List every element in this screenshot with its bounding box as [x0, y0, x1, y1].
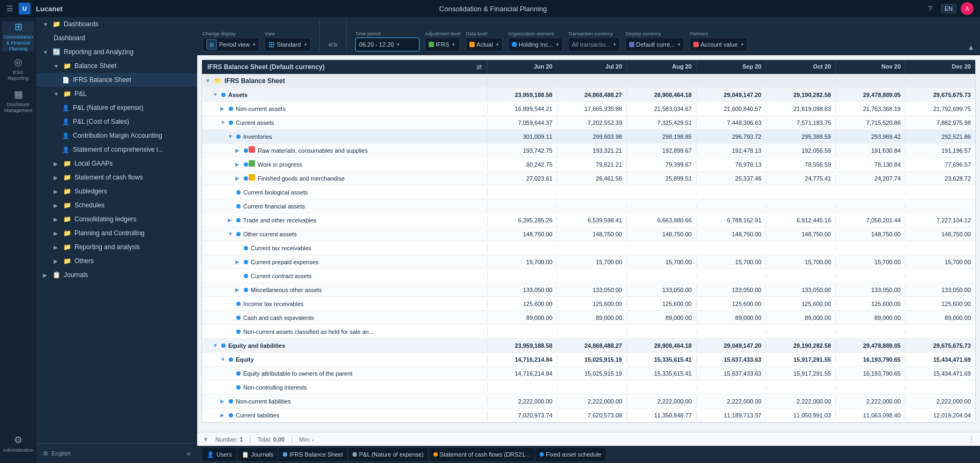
taskbar-users[interactable]: 👤 Users [203, 448, 236, 461]
expand-button[interactable]: ▼ [205, 78, 213, 84]
table-row[interactable]: ▶Work in progress80,242.7579,821.2179,39… [202, 158, 975, 171]
table-row[interactable]: Current tax receivables [202, 241, 975, 255]
sidebar-item-subledgers[interactable]: ▶ 📁 Subledgers [36, 184, 197, 198]
row-label-cell: Current financial assets [202, 201, 488, 211]
row-value-cell: 15,917,291.55 [766, 355, 836, 364]
table-row[interactable]: ▼Equity14,716,214.8415,025,915.1915,335,… [202, 353, 975, 367]
scroll-up-button[interactable]: ▲ [967, 43, 975, 51]
adjustment-dropdown[interactable]: IFRS ▾ [425, 38, 460, 51]
status-more-button[interactable]: ⋮ [968, 436, 975, 443]
table-row[interactable]: ▶Non-current liabilities2,222,000.002,22… [202, 394, 975, 408]
expand-button[interactable]: ▶ [220, 412, 228, 418]
collapse-left-icon[interactable]: «» [328, 40, 338, 49]
table-area[interactable]: IFRS Balance Sheet (Default currency) ⇄ … [197, 55, 980, 432]
table-row[interactable]: Cash and cash equivalents89,000.0089,000… [202, 311, 975, 325]
taskbar-ifrs-balance[interactable]: IFRS Balance Sheet [279, 448, 347, 461]
filter-icon[interactable]: ⇄ [476, 63, 482, 71]
table-row[interactable]: Non-current assets classified as held fo… [202, 325, 975, 339]
period-view-dropdown[interactable]: ⊞ Period view ▾ [203, 38, 259, 51]
table-row[interactable]: ▼Current assets7,059,644.377,202,552.397… [202, 116, 975, 130]
expand-button[interactable]: ▼ [228, 133, 235, 139]
standard-dropdown[interactable]: ⊞ Standard ▾ [265, 38, 311, 51]
sidebar-item-pl[interactable]: ▼ 📁 P&L [36, 87, 197, 101]
table-row[interactable]: ▶Current liabilities7,020,973.747,620,57… [202, 408, 975, 422]
sidebar-item-contribution[interactable]: 👤 Contribution Margin Accounting [36, 129, 197, 143]
row-value-cell: 21,600,840.57 [697, 104, 766, 114]
expand-button[interactable]: ▶ [228, 217, 235, 223]
sidebar-item-pl-expense[interactable]: 👤 P&L (Nature of expense) [36, 101, 197, 115]
help-icon[interactable]: ? [924, 2, 937, 15]
table-row[interactable]: ▶Non-current assets16,899,544.2117,665,9… [202, 102, 975, 116]
sidebar-item-consolidating[interactable]: ▶ 📁 Consolidating ledgers [36, 212, 197, 226]
display-currency-dropdown[interactable]: Default curre... ▾ [625, 38, 684, 51]
table-row[interactable]: ▼Equity and liabilities23,959,188.5824,8… [202, 339, 975, 353]
sidebar-item-schedules[interactable]: ▶ 📁 Schedules [36, 198, 197, 212]
table-row[interactable]: ▼📁IFRS Balance Sheet [202, 74, 975, 88]
table-row[interactable]: ▼Assets23,959,188.5824,868,488.2728,908,… [202, 88, 975, 102]
sidebar-item-journals[interactable]: ▶ 📋 Journals [36, 268, 197, 282]
sidebar-item-planning[interactable]: ▶ 📁 Planning and Controlling [36, 226, 197, 240]
time-period-dropdown[interactable]: 06.20 - 12.20 ▾ [355, 38, 420, 51]
taskbar-journals[interactable]: 📋 Journals [237, 448, 278, 461]
expand-button[interactable]: ▶ [235, 161, 243, 167]
table-row[interactable]: ▶Current prepaid expenses15,700.0015,700… [202, 255, 975, 269]
sidebar-item-statement-comp[interactable]: 👤 Statement of comprehensive i... [36, 143, 197, 156]
expand-button[interactable]: ▼ [213, 342, 220, 348]
nav-icon-esg[interactable]: ◎ ESG Reporting [2, 54, 34, 84]
expand-button[interactable]: ▶ [235, 175, 243, 181]
row-value-cell [836, 247, 906, 250]
expand-button[interactable]: ▼ [220, 356, 228, 362]
sidebar-item-ifrs-balance[interactable]: 📄 IFRS Balance Sheet [36, 73, 197, 87]
table-row[interactable]: ▶Raw materials, consumables and supplies… [202, 144, 975, 158]
nav-icon-disclosure[interactable]: ▦ Disclosure Management [2, 86, 34, 116]
nav-icon-admin[interactable]: ⚙ Administration [2, 429, 34, 459]
table-row[interactable]: Equity attributable to owners of the par… [202, 367, 975, 380]
expand-button[interactable]: ▼ [213, 92, 220, 98]
sidebar-item-reporting[interactable]: ▼ 🔄 Reporting and Analyzing [36, 45, 197, 59]
sidebar-item-dashboard[interactable]: Dashboard [36, 31, 197, 45]
expand-button[interactable]: ▼ [228, 231, 235, 237]
nav-icon-consolidation[interactable]: ⊞ Consolidation & Financial Planning [2, 21, 34, 51]
sidebar-item-local-gaap[interactable]: ▶ 📁 Local GAAPs [36, 156, 197, 170]
taskbar-fixed-asset[interactable]: Fixed asset schedule [535, 448, 605, 461]
row-value-cell: 29,478,889.05 [836, 90, 906, 100]
taskbar-pl-expense[interactable]: P&L (Nature of expense) [348, 448, 428, 461]
expand-button[interactable]: ▼ [220, 120, 228, 125]
language-selector[interactable]: ⚙ English [43, 450, 71, 457]
table-row[interactable]: Current contract assets [202, 269, 975, 283]
sidebar-item-reporting-analysis[interactable]: ▶ 📁 Reporting and analysis [36, 240, 197, 254]
sidebar-item-others[interactable]: ▶ 📁 Others [36, 254, 197, 268]
table-row[interactable]: Income tax receivables125,600.00125,600.… [202, 297, 975, 311]
partners-dropdown[interactable]: Account value ▾ [690, 38, 747, 51]
table-row[interactable]: Non-controlling interests [202, 380, 975, 394]
table-row[interactable]: ▶Miscellaneous other assets133,050.00133… [202, 283, 975, 297]
taskbar-cash-flows[interactable]: Statement of cash flows (DRS21... [429, 448, 534, 461]
table-row[interactable]: Current biological assets [202, 185, 975, 199]
sidebar-item-dashboards[interactable]: ▼ 📁 Dashboards [36, 17, 197, 31]
row-label-cell: ▶Trade and other receivables [202, 215, 488, 225]
expand-button[interactable]: ▶ [235, 287, 243, 293]
reporting-icon: 🔄 [53, 48, 61, 56]
sidebar-item-balance-sheet[interactable]: ▼ 📁 Balance Sheet [36, 59, 197, 73]
expand-button[interactable]: ▶ [235, 147, 243, 153]
collapse-sidebar-button[interactable]: « [186, 449, 191, 458]
data-level-dropdown[interactable]: Actual ▾ [466, 38, 503, 51]
expand-button[interactable]: ▶ [220, 398, 228, 404]
sidebar-item-pl-cost[interactable]: 👤 P&L (Cost of Sales) [36, 115, 197, 129]
hamburger-icon[interactable]: ☰ [6, 4, 13, 13]
table-row[interactable]: ▼Other current assets148,750.00148,750.0… [202, 227, 975, 241]
user-avatar[interactable]: A [961, 2, 974, 15]
table-row[interactable]: ▶Trade and other receivables6,395,285.26… [202, 213, 975, 227]
table-row[interactable]: ▶Finished goods and merchandise27,023.61… [202, 171, 975, 185]
sidebar-item-cash-flows[interactable]: ▶ 📁 Statement of cash flows [36, 170, 197, 184]
org-element-dropdown[interactable]: Holding Inc... ▾ [508, 38, 563, 51]
table-row[interactable]: ▼Inventories301,009.11299,603.98298,198.… [202, 130, 975, 144]
transaction-currency-dropdown[interactable]: All transactio... ▾ [568, 38, 620, 51]
expand-button[interactable]: ▶ [235, 259, 243, 265]
row-value-cell: 7,058,201.44 [836, 215, 906, 225]
language-button[interactable]: EN [941, 4, 956, 13]
row-value-cell: 6,663,880.66 [627, 215, 697, 225]
expand-button[interactable]: ▶ [220, 106, 228, 111]
sidebar-content: ▼ 📁 Dashboards Dashboard ▼ 🔄 Reporting a… [36, 17, 197, 443]
table-row[interactable]: Current financial assets [202, 199, 975, 213]
